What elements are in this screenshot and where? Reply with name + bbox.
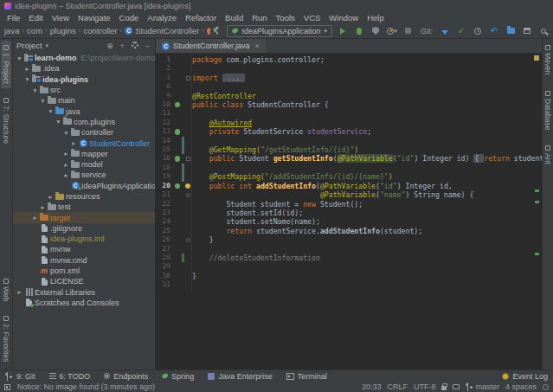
- chevron-down-icon[interactable]: ▾: [46, 42, 49, 49]
- tool-button-7-structure[interactable]: 7: Structure: [1, 93, 11, 148]
- code-line-11[interactable]: 11: [156, 109, 542, 118]
- line-number[interactable]: 20: [156, 182, 173, 190]
- run-configuration-select[interactable]: IdeaPluginsApplication ▾: [227, 25, 332, 37]
- code-line-14[interactable]: 14: [156, 137, 542, 145]
- code-line-15[interactable]: 15 @GetMapping("/getStudentInfo/{id}"): [156, 145, 542, 154]
- code-line-26[interactable]: 26 }: [156, 235, 542, 244]
- tree-item-ideapluginsapplication[interactable]: CIdeaPluginsApplication: [13, 181, 155, 191]
- caret-position[interactable]: 20:33: [362, 382, 382, 391]
- breadcrumb-studentcontroller[interactable]: CStudentController: [124, 26, 200, 35]
- tree-arrow[interactable]: ▸: [16, 288, 23, 296]
- tree-item-controller[interactable]: ▾controller: [13, 127, 155, 138]
- profiler-button[interactable]: ▾: [386, 25, 398, 37]
- code-line-16[interactable]: 16 public Student getStudentInfo(@PathVa…: [156, 154, 542, 163]
- inspection-indicator[interactable]: [534, 55, 539, 61]
- lock-icon[interactable]: [441, 386, 447, 390]
- line-number[interactable]: 31: [156, 280, 173, 289]
- tree-item-mapper[interactable]: ▸mapper: [13, 149, 155, 159]
- coverage-button[interactable]: [370, 25, 382, 37]
- stop-button[interactable]: [402, 25, 415, 37]
- run-button[interactable]: [337, 25, 349, 37]
- intention-bulb-icon[interactable]: [185, 183, 190, 189]
- tree-item-scratches-and-consoles[interactable]: Scratches and Consoles: [13, 298, 155, 308]
- tree-item-idea-plugins-iml[interactable]: idea-plugins.iml: [13, 234, 155, 244]
- line-number[interactable]: 25: [156, 227, 173, 235]
- tool-button-terminal[interactable]: Terminal: [286, 372, 327, 381]
- background-tasks-icon[interactable]: [543, 384, 549, 390]
- tree-arrow[interactable]: ▾: [16, 55, 23, 62]
- line-number[interactable]: 10: [156, 100, 173, 109]
- line-number[interactable]: 24: [156, 217, 173, 226]
- history-button[interactable]: [472, 25, 484, 37]
- code-line-31[interactable]: 31: [156, 280, 542, 289]
- screen-reader-icon[interactable]: [453, 384, 460, 389]
- shelve-button[interactable]: [505, 25, 517, 37]
- code-line-25[interactable]: 25 return studentService.addStudentInfo(…: [156, 227, 542, 235]
- tree-item-gitignore[interactable]: .gitignore: [13, 223, 155, 234]
- code-line-30[interactable]: 30}: [156, 272, 542, 280]
- debug-button[interactable]: [353, 25, 365, 37]
- code-editor[interactable]: 1package com.plugins.controller;23import…: [156, 54, 542, 370]
- tree-item-idea[interactable]: ▸.idea: [13, 63, 155, 74]
- line-number[interactable]: 21: [156, 190, 173, 199]
- tree-item-target[interactable]: ▸target: [13, 212, 155, 222]
- code-line-12[interactable]: 12 @Autowired: [156, 119, 542, 127]
- line-number[interactable]: 18: [156, 164, 173, 172]
- tree-arrow[interactable]: ▸: [47, 193, 55, 201]
- menu-tools[interactable]: Tools: [272, 13, 299, 22]
- tree-arrow[interactable]: ▾: [47, 107, 55, 115]
- spring-bean-icon[interactable]: [175, 156, 181, 162]
- tool-button-ant[interactable]: Ant: [543, 141, 553, 169]
- vcs-stripe-mark[interactable]: [535, 253, 539, 255]
- build-hammer-button[interactable]: [210, 25, 222, 37]
- line-number[interactable]: 22: [156, 200, 173, 209]
- tree-arrow[interactable]: ▸: [39, 203, 47, 211]
- spring-bean-icon[interactable]: [175, 183, 181, 190]
- tree-arrow[interactable]: ▸: [31, 214, 39, 222]
- menu-code[interactable]: Code: [115, 13, 144, 22]
- tab-studentcontroller[interactable]: C StudentController.java ×: [156, 39, 266, 53]
- menu-navigate[interactable]: Navigate: [74, 13, 115, 22]
- line-number[interactable]: 1: [156, 55, 173, 64]
- line-separator[interactable]: CRLF: [387, 382, 408, 391]
- code-line-19[interactable]: 19 @PostMapping("/addStudentInfo/{id}/{n…: [156, 172, 542, 181]
- file-encoding[interactable]: UTF-8: [414, 382, 436, 391]
- code-line-8[interactable]: 8: [156, 82, 542, 91]
- menu-analyze[interactable]: Analyze: [143, 13, 181, 22]
- menu-run[interactable]: Run: [248, 13, 271, 22]
- spring-bean-icon[interactable]: [175, 102, 181, 108]
- indent-setting[interactable]: 4 spaces: [505, 382, 537, 391]
- menu-view[interactable]: View: [48, 13, 74, 22]
- code-line-28[interactable]: 28 //deleteStudentInformation: [156, 254, 542, 262]
- line-number[interactable]: 13: [156, 127, 173, 136]
- tree-arrow[interactable]: ▸: [62, 161, 70, 169]
- hide-panel-button[interactable]: −: [144, 42, 151, 50]
- tool-button-9-git[interactable]: 9: Git: [5, 372, 35, 381]
- line-number[interactable]: 12: [156, 119, 173, 127]
- tool-button-maven[interactable]: Maven: [543, 41, 553, 80]
- line-number[interactable]: 28: [156, 254, 173, 262]
- code-line-2[interactable]: 2: [156, 64, 542, 73]
- line-number[interactable]: 23: [156, 209, 173, 217]
- code-line-18[interactable]: 18: [156, 164, 542, 172]
- event-log-button[interactable]: Event Log: [502, 372, 548, 381]
- menu-help[interactable]: Help: [363, 13, 389, 22]
- tree-arrow[interactable]: ▾: [39, 97, 47, 105]
- search-everywhere-button[interactable]: [537, 25, 550, 37]
- tree-item-license[interactable]: LICENSE: [13, 276, 155, 286]
- tree-arrow[interactable]: ▸: [62, 150, 70, 157]
- tree-item-model[interactable]: ▸model: [13, 159, 155, 170]
- tree-item-idea-plugins[interactable]: ▾idea-plugins: [13, 74, 155, 85]
- tree-item-src[interactable]: ▾src: [13, 85, 155, 95]
- tool-button-2-favorites[interactable]: 2: Favorites: [1, 312, 11, 366]
- breadcrumb-plugins[interactable]: plugins: [49, 26, 77, 35]
- line-number[interactable]: 15: [156, 145, 173, 154]
- update-project-button[interactable]: [439, 25, 451, 37]
- line-number[interactable]: 8: [156, 82, 173, 91]
- tree-item-learn-demo[interactable]: ▾learn-demoE:\project\learn-demo: [13, 53, 155, 63]
- code-line-9[interactable]: 9@RestController: [156, 92, 542, 100]
- commit-button[interactable]: ✓: [455, 25, 467, 37]
- tree-item-com-plugins[interactable]: ▾com.plugins: [13, 117, 155, 127]
- locate-file-button[interactable]: ⊕: [105, 42, 115, 50]
- line-number[interactable]: 11: [156, 109, 173, 118]
